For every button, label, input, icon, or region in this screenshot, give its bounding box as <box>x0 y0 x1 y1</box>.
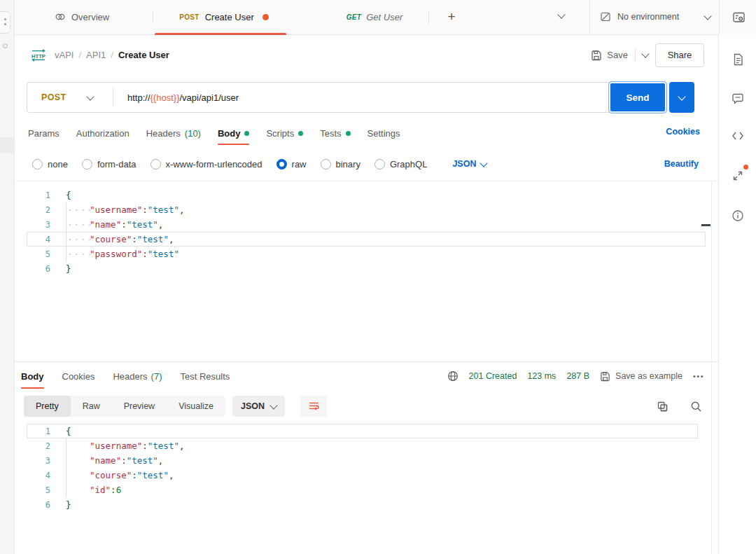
code-token: , <box>169 470 174 480</box>
tab-label: Body <box>21 371 44 382</box>
request-language-selector[interactable]: JSON <box>452 159 486 169</box>
breadcrumb-folder[interactable]: API1 <box>86 50 106 60</box>
breadcrumb-collection[interactable]: vAPI <box>55 50 74 60</box>
response-language-label: JSON <box>241 401 265 411</box>
environment-quick-look-button[interactable] <box>728 9 750 26</box>
code-line[interactable]: 1{ <box>27 188 706 202</box>
request-tab-scripts[interactable]: Scripts <box>266 118 303 148</box>
collapsed-sidebar[interactable] <box>0 0 15 554</box>
response-tab-body[interactable]: Body <box>21 362 44 390</box>
tab-overview[interactable]: Overview <box>55 0 109 34</box>
view-tab-visualize[interactable]: Visualize <box>167 396 225 417</box>
save-button[interactable]: Save <box>591 50 628 61</box>
code-line[interactable]: 5"password": "test" <box>27 247 706 261</box>
save-options-chevron-icon[interactable] <box>641 50 649 57</box>
url-scheme: http:// <box>127 92 150 103</box>
more-options-button[interactable]: ••• <box>693 372 704 380</box>
code-line[interactable]: 4"course": "test", <box>27 232 706 247</box>
method-selector[interactable]: POST <box>41 92 82 102</box>
cookies-link[interactable]: Cookies <box>666 127 700 137</box>
body-type-label: binary <box>336 159 360 169</box>
comments-button[interactable] <box>728 89 748 109</box>
send-options-button[interactable] <box>669 82 694 113</box>
body-type-label: none <box>48 159 68 169</box>
request-tab-headers[interactable]: Headers(10) <box>146 118 201 148</box>
request-tab-tests[interactable]: Tests <box>320 118 350 148</box>
copy-response-button[interactable] <box>657 401 671 415</box>
request-tab-params[interactable]: Params <box>28 118 59 148</box>
info-button[interactable] <box>728 206 748 226</box>
code-token: "test" <box>148 441 179 451</box>
tab-list-chevron-icon[interactable] <box>557 11 565 18</box>
tab-get-user[interactable]: GET Get User <box>318 0 430 34</box>
view-tab-raw[interactable]: Raw <box>71 396 112 417</box>
body-type-form-data[interactable]: form-data <box>82 159 136 169</box>
line-number: 2 <box>27 205 50 215</box>
share-button[interactable]: Share <box>655 43 704 67</box>
body-type-raw[interactable]: raw <box>276 159 307 169</box>
tab-label: Test Results <box>181 371 230 382</box>
response-tab-bar: BodyCookiesHeaders(7)Test Results <box>21 362 230 390</box>
divider <box>113 88 113 107</box>
code-line[interactable]: 2"username": "test", <box>27 202 706 217</box>
response-tab-test-results[interactable]: Test Results <box>181 362 230 390</box>
modified-dot-icon <box>298 131 303 136</box>
sidebar-grip-handle[interactable] <box>0 11 10 34</box>
svg-text:HTTP: HTTP <box>31 53 46 60</box>
body-type-none[interactable]: none <box>32 159 68 169</box>
tab-label: Scripts <box>266 128 294 139</box>
code-line[interactable]: 5"id": 6 <box>27 483 698 497</box>
body-type-binary[interactable]: binary <box>321 159 360 169</box>
line-number: 3 <box>27 456 50 466</box>
environment-selector[interactable]: No environment <box>589 0 720 34</box>
url-input[interactable]: http://{{host}}/vapi/api1/user <box>127 92 239 103</box>
search-response-button[interactable] <box>690 401 704 415</box>
documentation-button[interactable] <box>728 50 748 69</box>
code-line[interactable]: 6} <box>27 261 706 276</box>
code-token: "username" <box>90 205 142 215</box>
response-language-selector[interactable]: JSON <box>232 396 285 417</box>
code-line[interactable]: 3"name": "test", <box>27 217 706 232</box>
request-tab-authorization[interactable]: Authorization <box>76 118 130 148</box>
response-tab-headers[interactable]: Headers(7) <box>113 362 162 390</box>
code-line[interactable]: 4"course": "test", <box>27 468 698 483</box>
method-chevron-icon[interactable] <box>86 92 94 100</box>
tab-label: Authorization <box>76 128 130 139</box>
new-tab-button[interactable]: + <box>442 8 461 26</box>
body-type-graphql[interactable]: GraphQL <box>374 159 427 169</box>
code-line[interactable]: 6} <box>27 497 698 512</box>
sidebar-shade <box>0 137 13 153</box>
code-line[interactable]: 1{ <box>27 424 698 438</box>
status-badge[interactable]: 201 Created <box>469 371 517 381</box>
save-as-example-button[interactable]: Save as example <box>600 371 682 382</box>
globe-icon[interactable] <box>447 371 458 382</box>
code-line[interactable]: 3"name": "test", <box>27 453 698 468</box>
code-token: "test" <box>137 234 169 244</box>
code-line[interactable]: 2"username": "test", <box>27 438 698 453</box>
response-size[interactable]: 287 B <box>566 371 589 381</box>
beautify-link[interactable]: Beautify <box>664 159 699 169</box>
send-button[interactable]: Send <box>609 82 666 113</box>
line-number: 6 <box>27 264 50 274</box>
response-tab-cookies[interactable]: Cookies <box>62 362 95 390</box>
capture-requests-button[interactable] <box>728 166 748 186</box>
request-tab-body[interactable]: Body <box>218 118 250 148</box>
response-body-viewer[interactable]: 1{2"username": "test",3"name": "test",4"… <box>14 420 718 554</box>
body-type-x-www-form-urlencoded[interactable]: x-www-form-urlencoded <box>150 159 262 169</box>
wrap-lines-button[interactable] <box>300 396 327 417</box>
indent-guide <box>66 438 90 453</box>
active-tab-underline <box>218 144 250 145</box>
request-body-editor[interactable]: 1{2"username": "test",3"name": "test",4"… <box>14 181 718 361</box>
view-tab-preview[interactable]: Preview <box>112 396 167 417</box>
line-number: 4 <box>27 235 50 244</box>
tab-count: (7) <box>151 371 162 382</box>
tab-create-user[interactable]: POST Create User <box>158 0 290 34</box>
code-snippet-button[interactable] <box>728 126 748 146</box>
wrap-lines-icon <box>308 401 320 412</box>
view-tab-pretty[interactable]: Pretty <box>24 396 71 417</box>
breadcrumb-request-name[interactable]: Create User <box>118 50 169 60</box>
save-icon <box>591 50 602 61</box>
request-tab-settings[interactable]: Settings <box>368 118 400 148</box>
environment-chevron-icon <box>704 12 711 20</box>
response-time[interactable]: 123 ms <box>527 371 556 381</box>
